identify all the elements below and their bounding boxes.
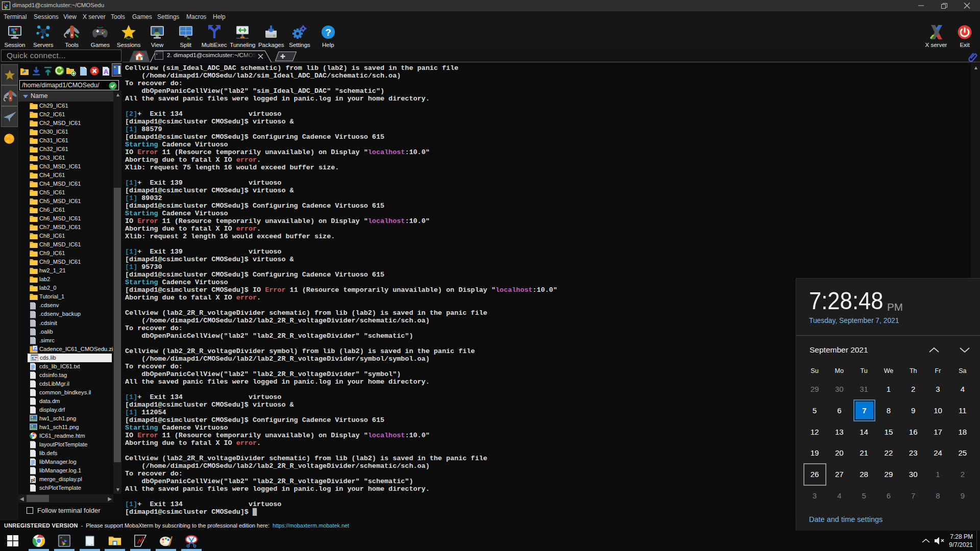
- svg-text:>: >: [60, 536, 62, 540]
- svg-text:Z: Z: [34, 346, 36, 350]
- svg-text:A: A: [104, 68, 109, 76]
- svg-text:?: ?: [325, 27, 331, 38]
- svg-text:pl: pl: [31, 478, 35, 483]
